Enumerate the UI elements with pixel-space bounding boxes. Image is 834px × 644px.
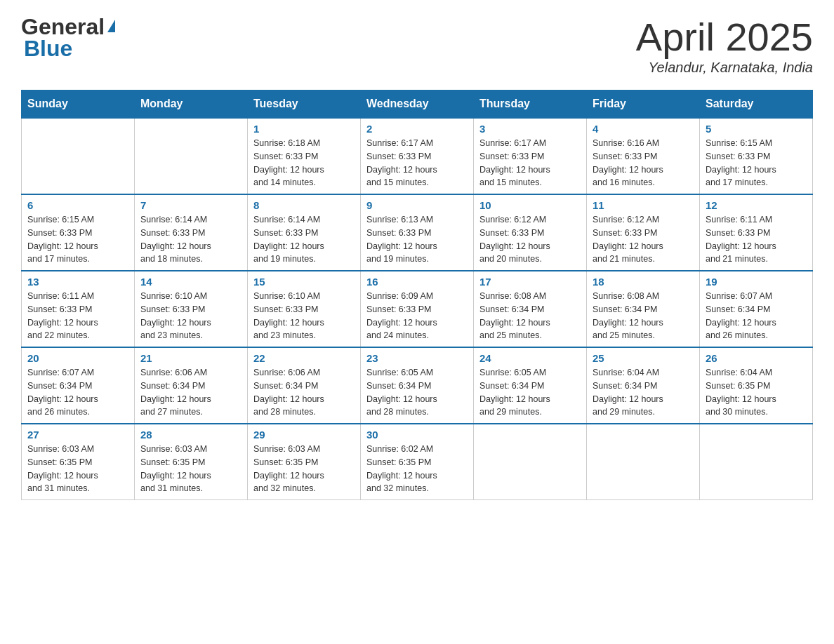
calendar-cell: 17Sunrise: 6:08 AM Sunset: 6:34 PM Dayli…: [474, 271, 587, 347]
day-info: Sunrise: 6:03 AM Sunset: 6:35 PM Dayligh…: [253, 443, 355, 495]
calendar-week-row-5: 27Sunrise: 6:03 AM Sunset: 6:35 PM Dayli…: [22, 424, 813, 500]
day-info: Sunrise: 6:11 AM Sunset: 6:33 PM Dayligh…: [706, 213, 807, 266]
calendar-cell: 28Sunrise: 6:03 AM Sunset: 6:35 PM Dayli…: [135, 424, 248, 500]
day-number: 2: [366, 123, 468, 135]
day-number: 8: [253, 199, 355, 211]
month-title: April 2025: [636, 14, 813, 60]
day-number: 28: [140, 429, 241, 441]
calendar-cell: [474, 424, 587, 500]
day-number: 19: [706, 276, 807, 288]
day-number: 6: [27, 199, 128, 211]
day-number: 27: [27, 429, 128, 441]
day-info: Sunrise: 6:10 AM Sunset: 6:33 PM Dayligh…: [253, 290, 355, 342]
calendar-cell: 11Sunrise: 6:12 AM Sunset: 6:33 PM Dayli…: [587, 194, 700, 271]
day-info: Sunrise: 6:07 AM Sunset: 6:34 PM Dayligh…: [27, 366, 128, 419]
calendar-cell: [135, 118, 248, 194]
day-number: 4: [593, 123, 694, 135]
calendar-cell: 23Sunrise: 6:05 AM Sunset: 6:34 PM Dayli…: [361, 347, 474, 424]
day-info: Sunrise: 6:15 AM Sunset: 6:33 PM Dayligh…: [706, 137, 807, 189]
calendar-cell: 7Sunrise: 6:14 AM Sunset: 6:33 PM Daylig…: [135, 194, 248, 271]
calendar-cell: 26Sunrise: 6:04 AM Sunset: 6:35 PM Dayli…: [700, 347, 813, 424]
calendar-cell: 20Sunrise: 6:07 AM Sunset: 6:34 PM Dayli…: [22, 347, 135, 424]
calendar-week-row-1: 1Sunrise: 6:18 AM Sunset: 6:33 PM Daylig…: [22, 118, 813, 194]
calendar-table: SundayMondayTuesdayWednesdayThursdayFrid…: [21, 90, 813, 500]
calendar-cell: 1Sunrise: 6:18 AM Sunset: 6:33 PM Daylig…: [248, 118, 361, 194]
day-info: Sunrise: 6:08 AM Sunset: 6:34 PM Dayligh…: [593, 290, 694, 342]
day-info: Sunrise: 6:06 AM Sunset: 6:34 PM Dayligh…: [140, 366, 241, 419]
day-number: 15: [253, 276, 355, 288]
calendar-week-row-4: 20Sunrise: 6:07 AM Sunset: 6:34 PM Dayli…: [22, 347, 813, 424]
day-info: Sunrise: 6:14 AM Sunset: 6:33 PM Dayligh…: [140, 213, 241, 266]
calendar-cell: 3Sunrise: 6:17 AM Sunset: 6:33 PM Daylig…: [474, 118, 587, 194]
day-info: Sunrise: 6:18 AM Sunset: 6:33 PM Dayligh…: [253, 137, 355, 189]
calendar-cell: 24Sunrise: 6:05 AM Sunset: 6:34 PM Dayli…: [474, 347, 587, 424]
day-info: Sunrise: 6:05 AM Sunset: 6:34 PM Dayligh…: [479, 366, 581, 419]
calendar-header-tuesday: Tuesday: [248, 90, 361, 119]
day-number: 30: [366, 429, 468, 441]
day-number: 11: [593, 199, 694, 211]
day-info: Sunrise: 6:07 AM Sunset: 6:34 PM Dayligh…: [706, 290, 807, 342]
day-info: Sunrise: 6:10 AM Sunset: 6:33 PM Dayligh…: [140, 290, 241, 342]
day-info: Sunrise: 6:15 AM Sunset: 6:33 PM Dayligh…: [27, 213, 128, 266]
calendar-cell: 13Sunrise: 6:11 AM Sunset: 6:33 PM Dayli…: [22, 271, 135, 347]
day-info: Sunrise: 6:17 AM Sunset: 6:33 PM Dayligh…: [366, 137, 468, 189]
calendar-cell: 29Sunrise: 6:03 AM Sunset: 6:35 PM Dayli…: [248, 424, 361, 500]
day-info: Sunrise: 6:03 AM Sunset: 6:35 PM Dayligh…: [140, 443, 241, 495]
day-info: Sunrise: 6:05 AM Sunset: 6:34 PM Dayligh…: [366, 366, 468, 419]
calendar-header-monday: Monday: [135, 90, 248, 119]
calendar-cell: [700, 424, 813, 500]
calendar-header-row: SundayMondayTuesdayWednesdayThursdayFrid…: [22, 90, 813, 119]
calendar-cell: 30Sunrise: 6:02 AM Sunset: 6:35 PM Dayli…: [361, 424, 474, 500]
day-info: Sunrise: 6:14 AM Sunset: 6:33 PM Dayligh…: [253, 213, 355, 266]
page-header: General Blue April 2025 Yelandur, Karnat…: [21, 14, 813, 76]
calendar-cell: 10Sunrise: 6:12 AM Sunset: 6:33 PM Dayli…: [474, 194, 587, 271]
day-number: 26: [706, 352, 807, 364]
day-info: Sunrise: 6:13 AM Sunset: 6:33 PM Dayligh…: [366, 213, 468, 266]
day-number: 24: [479, 352, 581, 364]
calendar-cell: 16Sunrise: 6:09 AM Sunset: 6:33 PM Dayli…: [361, 271, 474, 347]
calendar-cell: 14Sunrise: 6:10 AM Sunset: 6:33 PM Dayli…: [135, 271, 248, 347]
day-number: 7: [140, 199, 241, 211]
logo: General Blue: [21, 14, 115, 62]
logo-blue-text: Blue: [21, 36, 72, 62]
calendar-cell: 27Sunrise: 6:03 AM Sunset: 6:35 PM Dayli…: [22, 424, 135, 500]
calendar-header-saturday: Saturday: [700, 90, 813, 119]
day-number: 16: [366, 276, 468, 288]
calendar-cell: 22Sunrise: 6:06 AM Sunset: 6:34 PM Dayli…: [248, 347, 361, 424]
calendar-cell: 25Sunrise: 6:04 AM Sunset: 6:34 PM Dayli…: [587, 347, 700, 424]
day-number: 20: [27, 352, 128, 364]
calendar-week-row-2: 6Sunrise: 6:15 AM Sunset: 6:33 PM Daylig…: [22, 194, 813, 271]
calendar-cell: 4Sunrise: 6:16 AM Sunset: 6:33 PM Daylig…: [587, 118, 700, 194]
calendar-cell: 2Sunrise: 6:17 AM Sunset: 6:33 PM Daylig…: [361, 118, 474, 194]
day-info: Sunrise: 6:11 AM Sunset: 6:33 PM Dayligh…: [27, 290, 128, 342]
calendar-cell: [587, 424, 700, 500]
day-info: Sunrise: 6:04 AM Sunset: 6:35 PM Dayligh…: [706, 366, 807, 419]
calendar-cell: 6Sunrise: 6:15 AM Sunset: 6:33 PM Daylig…: [22, 194, 135, 271]
day-info: Sunrise: 6:03 AM Sunset: 6:35 PM Dayligh…: [27, 443, 128, 495]
day-number: 14: [140, 276, 241, 288]
day-info: Sunrise: 6:06 AM Sunset: 6:34 PM Dayligh…: [253, 366, 355, 419]
day-info: Sunrise: 6:02 AM Sunset: 6:35 PM Dayligh…: [366, 443, 468, 495]
day-info: Sunrise: 6:04 AM Sunset: 6:34 PM Dayligh…: [593, 366, 694, 419]
day-number: 18: [593, 276, 694, 288]
calendar-header-sunday: Sunday: [22, 90, 135, 119]
calendar-cell: 5Sunrise: 6:15 AM Sunset: 6:33 PM Daylig…: [700, 118, 813, 194]
day-info: Sunrise: 6:09 AM Sunset: 6:33 PM Dayligh…: [366, 290, 468, 342]
calendar-cell: 21Sunrise: 6:06 AM Sunset: 6:34 PM Dayli…: [135, 347, 248, 424]
calendar-header-thursday: Thursday: [474, 90, 587, 119]
title-section: April 2025 Yelandur, Karnataka, India: [636, 14, 813, 76]
location-text: Yelandur, Karnataka, India: [636, 60, 813, 76]
logo-triangle-icon: [107, 20, 115, 32]
calendar-cell: 9Sunrise: 6:13 AM Sunset: 6:33 PM Daylig…: [361, 194, 474, 271]
day-number: 10: [479, 199, 581, 211]
calendar-week-row-3: 13Sunrise: 6:11 AM Sunset: 6:33 PM Dayli…: [22, 271, 813, 347]
day-number: 12: [706, 199, 807, 211]
day-number: 21: [140, 352, 241, 364]
day-number: 13: [27, 276, 128, 288]
day-number: 9: [366, 199, 468, 211]
calendar-cell: 8Sunrise: 6:14 AM Sunset: 6:33 PM Daylig…: [248, 194, 361, 271]
day-info: Sunrise: 6:12 AM Sunset: 6:33 PM Dayligh…: [479, 213, 581, 266]
day-number: 29: [253, 429, 355, 441]
calendar-header-wednesday: Wednesday: [361, 90, 474, 119]
day-number: 1: [253, 123, 355, 135]
